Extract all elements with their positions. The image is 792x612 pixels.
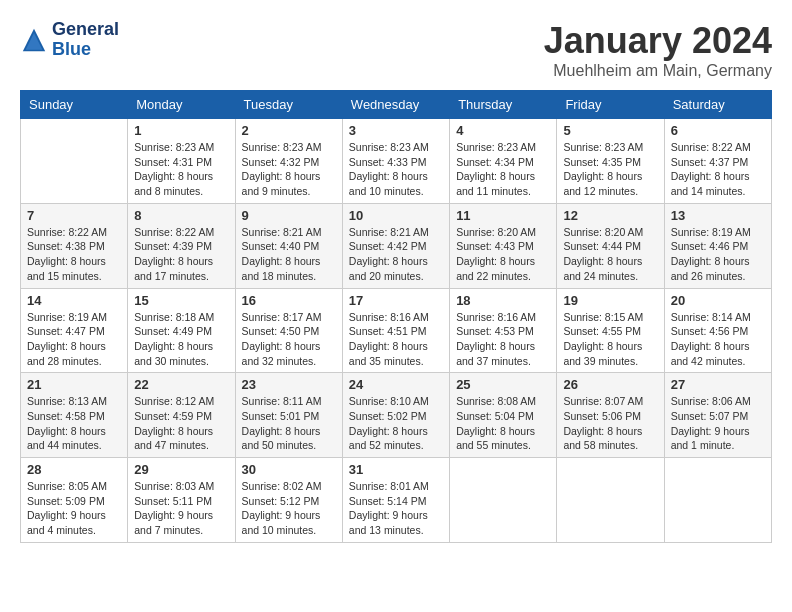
day-number: 1 [134, 123, 228, 138]
calendar-week-row: 7Sunrise: 8:22 AM Sunset: 4:38 PM Daylig… [21, 203, 772, 288]
calendar-cell [664, 458, 771, 543]
day-info: Sunrise: 8:21 AM Sunset: 4:40 PM Dayligh… [242, 225, 336, 284]
calendar-cell: 10Sunrise: 8:21 AM Sunset: 4:42 PM Dayli… [342, 203, 449, 288]
calendar-week-row: 14Sunrise: 8:19 AM Sunset: 4:47 PM Dayli… [21, 288, 772, 373]
calendar-cell: 31Sunrise: 8:01 AM Sunset: 5:14 PM Dayli… [342, 458, 449, 543]
calendar-cell: 27Sunrise: 8:06 AM Sunset: 5:07 PM Dayli… [664, 373, 771, 458]
weekday-header-monday: Monday [128, 91, 235, 119]
calendar-cell [557, 458, 664, 543]
calendar-cell: 6Sunrise: 8:22 AM Sunset: 4:37 PM Daylig… [664, 119, 771, 204]
calendar-cell: 24Sunrise: 8:10 AM Sunset: 5:02 PM Dayli… [342, 373, 449, 458]
month-title: January 2024 [544, 20, 772, 62]
weekday-header-tuesday: Tuesday [235, 91, 342, 119]
calendar-cell: 25Sunrise: 8:08 AM Sunset: 5:04 PM Dayli… [450, 373, 557, 458]
day-number: 24 [349, 377, 443, 392]
calendar-cell: 9Sunrise: 8:21 AM Sunset: 4:40 PM Daylig… [235, 203, 342, 288]
weekday-header-wednesday: Wednesday [342, 91, 449, 119]
day-info: Sunrise: 8:23 AM Sunset: 4:35 PM Dayligh… [563, 140, 657, 199]
day-number: 21 [27, 377, 121, 392]
weekday-header-thursday: Thursday [450, 91, 557, 119]
day-number: 17 [349, 293, 443, 308]
calendar-cell: 26Sunrise: 8:07 AM Sunset: 5:06 PM Dayli… [557, 373, 664, 458]
day-number: 30 [242, 462, 336, 477]
day-info: Sunrise: 8:21 AM Sunset: 4:42 PM Dayligh… [349, 225, 443, 284]
day-number: 13 [671, 208, 765, 223]
day-info: Sunrise: 8:05 AM Sunset: 5:09 PM Dayligh… [27, 479, 121, 538]
day-info: Sunrise: 8:23 AM Sunset: 4:32 PM Dayligh… [242, 140, 336, 199]
day-info: Sunrise: 8:22 AM Sunset: 4:38 PM Dayligh… [27, 225, 121, 284]
day-info: Sunrise: 8:03 AM Sunset: 5:11 PM Dayligh… [134, 479, 228, 538]
logo-line2: Blue [52, 40, 119, 60]
calendar-cell: 1Sunrise: 8:23 AM Sunset: 4:31 PM Daylig… [128, 119, 235, 204]
day-info: Sunrise: 8:18 AM Sunset: 4:49 PM Dayligh… [134, 310, 228, 369]
day-number: 11 [456, 208, 550, 223]
day-number: 6 [671, 123, 765, 138]
day-number: 27 [671, 377, 765, 392]
weekday-header-row: SundayMondayTuesdayWednesdayThursdayFrid… [21, 91, 772, 119]
calendar-cell: 29Sunrise: 8:03 AM Sunset: 5:11 PM Dayli… [128, 458, 235, 543]
weekday-header-sunday: Sunday [21, 91, 128, 119]
day-info: Sunrise: 8:01 AM Sunset: 5:14 PM Dayligh… [349, 479, 443, 538]
calendar-cell: 30Sunrise: 8:02 AM Sunset: 5:12 PM Dayli… [235, 458, 342, 543]
calendar-cell: 13Sunrise: 8:19 AM Sunset: 4:46 PM Dayli… [664, 203, 771, 288]
weekday-header-saturday: Saturday [664, 91, 771, 119]
day-info: Sunrise: 8:23 AM Sunset: 4:33 PM Dayligh… [349, 140, 443, 199]
weekday-header-friday: Friday [557, 91, 664, 119]
calendar-week-row: 1Sunrise: 8:23 AM Sunset: 4:31 PM Daylig… [21, 119, 772, 204]
logo-text: General Blue [52, 20, 119, 60]
title-block: January 2024 Muehlheim am Main, Germany [544, 20, 772, 80]
logo-icon [20, 26, 48, 54]
calendar-cell: 19Sunrise: 8:15 AM Sunset: 4:55 PM Dayli… [557, 288, 664, 373]
calendar-cell: 11Sunrise: 8:20 AM Sunset: 4:43 PM Dayli… [450, 203, 557, 288]
day-number: 12 [563, 208, 657, 223]
location-title: Muehlheim am Main, Germany [544, 62, 772, 80]
day-info: Sunrise: 8:15 AM Sunset: 4:55 PM Dayligh… [563, 310, 657, 369]
day-info: Sunrise: 8:02 AM Sunset: 5:12 PM Dayligh… [242, 479, 336, 538]
day-number: 2 [242, 123, 336, 138]
calendar-cell [450, 458, 557, 543]
calendar-cell: 17Sunrise: 8:16 AM Sunset: 4:51 PM Dayli… [342, 288, 449, 373]
calendar-week-row: 21Sunrise: 8:13 AM Sunset: 4:58 PM Dayli… [21, 373, 772, 458]
logo: General Blue [20, 20, 119, 60]
day-info: Sunrise: 8:16 AM Sunset: 4:51 PM Dayligh… [349, 310, 443, 369]
day-number: 10 [349, 208, 443, 223]
day-number: 28 [27, 462, 121, 477]
page-header: General Blue January 2024 Muehlheim am M… [20, 20, 772, 80]
day-info: Sunrise: 8:20 AM Sunset: 4:44 PM Dayligh… [563, 225, 657, 284]
calendar-cell: 12Sunrise: 8:20 AM Sunset: 4:44 PM Dayli… [557, 203, 664, 288]
calendar-cell: 20Sunrise: 8:14 AM Sunset: 4:56 PM Dayli… [664, 288, 771, 373]
day-number: 14 [27, 293, 121, 308]
day-number: 29 [134, 462, 228, 477]
calendar-cell: 15Sunrise: 8:18 AM Sunset: 4:49 PM Dayli… [128, 288, 235, 373]
calendar-cell: 5Sunrise: 8:23 AM Sunset: 4:35 PM Daylig… [557, 119, 664, 204]
day-info: Sunrise: 8:13 AM Sunset: 4:58 PM Dayligh… [27, 394, 121, 453]
day-info: Sunrise: 8:14 AM Sunset: 4:56 PM Dayligh… [671, 310, 765, 369]
calendar-cell: 28Sunrise: 8:05 AM Sunset: 5:09 PM Dayli… [21, 458, 128, 543]
calendar-week-row: 28Sunrise: 8:05 AM Sunset: 5:09 PM Dayli… [21, 458, 772, 543]
day-number: 23 [242, 377, 336, 392]
calendar-cell: 2Sunrise: 8:23 AM Sunset: 4:32 PM Daylig… [235, 119, 342, 204]
calendar-cell: 21Sunrise: 8:13 AM Sunset: 4:58 PM Dayli… [21, 373, 128, 458]
day-info: Sunrise: 8:20 AM Sunset: 4:43 PM Dayligh… [456, 225, 550, 284]
day-number: 9 [242, 208, 336, 223]
day-number: 18 [456, 293, 550, 308]
day-info: Sunrise: 8:23 AM Sunset: 4:31 PM Dayligh… [134, 140, 228, 199]
day-info: Sunrise: 8:11 AM Sunset: 5:01 PM Dayligh… [242, 394, 336, 453]
calendar-cell: 4Sunrise: 8:23 AM Sunset: 4:34 PM Daylig… [450, 119, 557, 204]
calendar-cell: 18Sunrise: 8:16 AM Sunset: 4:53 PM Dayli… [450, 288, 557, 373]
day-number: 19 [563, 293, 657, 308]
calendar-cell: 8Sunrise: 8:22 AM Sunset: 4:39 PM Daylig… [128, 203, 235, 288]
day-info: Sunrise: 8:16 AM Sunset: 4:53 PM Dayligh… [456, 310, 550, 369]
day-number: 16 [242, 293, 336, 308]
calendar-cell: 22Sunrise: 8:12 AM Sunset: 4:59 PM Dayli… [128, 373, 235, 458]
day-number: 22 [134, 377, 228, 392]
day-info: Sunrise: 8:06 AM Sunset: 5:07 PM Dayligh… [671, 394, 765, 453]
day-number: 7 [27, 208, 121, 223]
day-info: Sunrise: 8:12 AM Sunset: 4:59 PM Dayligh… [134, 394, 228, 453]
day-number: 26 [563, 377, 657, 392]
day-info: Sunrise: 8:17 AM Sunset: 4:50 PM Dayligh… [242, 310, 336, 369]
calendar-cell [21, 119, 128, 204]
calendar-cell: 16Sunrise: 8:17 AM Sunset: 4:50 PM Dayli… [235, 288, 342, 373]
day-info: Sunrise: 8:22 AM Sunset: 4:39 PM Dayligh… [134, 225, 228, 284]
day-info: Sunrise: 8:23 AM Sunset: 4:34 PM Dayligh… [456, 140, 550, 199]
